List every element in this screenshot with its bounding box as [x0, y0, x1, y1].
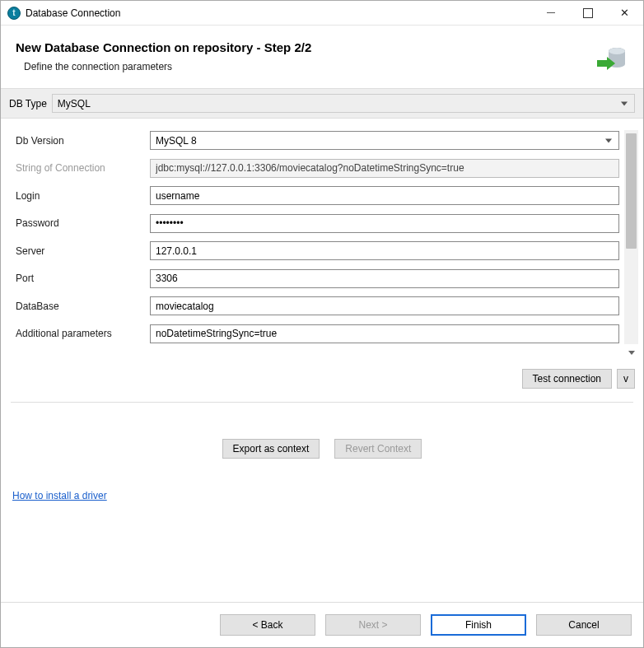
- link-row: How to install a driver: [1, 483, 643, 526]
- scrollbar-thumb[interactable]: [626, 133, 637, 249]
- additional-params-field[interactable]: [150, 324, 619, 343]
- server-label: Server: [16, 245, 143, 257]
- login-field[interactable]: [150, 186, 619, 205]
- next-button[interactable]: Next >: [325, 614, 421, 636]
- close-button[interactable]: [606, 1, 643, 25]
- db-type-value: MySQL: [58, 98, 91, 110]
- install-driver-link[interactable]: How to install a driver: [12, 490, 107, 501]
- revert-context-button[interactable]: Revert Context: [334, 439, 422, 459]
- minimize-button[interactable]: [532, 1, 569, 25]
- port-label: Port: [16, 273, 143, 284]
- form-area: Db Version MySQL 8 String of Connection …: [1, 119, 643, 354]
- wizard-header: New Database Connection on repository - …: [1, 26, 643, 88]
- server-field[interactable]: [150, 241, 619, 260]
- db-type-select[interactable]: MySQL: [52, 94, 635, 113]
- database-label: DataBase: [16, 301, 143, 312]
- db-version-label: Db Version: [16, 135, 143, 147]
- context-row: Export as context Revert Context: [1, 409, 643, 483]
- additional-params-label: Additional parameters: [16, 328, 143, 339]
- app-icon: t: [7, 7, 21, 20]
- port-field[interactable]: [150, 269, 619, 288]
- connection-string-field: [150, 159, 619, 178]
- test-connection-button[interactable]: Test connection: [522, 369, 612, 389]
- connection-string-label: String of Connection: [16, 162, 143, 174]
- window-title: Database Connection: [26, 7, 532, 19]
- db-version-value: MySQL 8: [156, 135, 197, 147]
- page-title: New Database Connection on repository - …: [16, 40, 594, 54]
- cancel-button[interactable]: Cancel: [536, 614, 632, 636]
- login-label: Login: [16, 190, 143, 202]
- database-icon: [594, 40, 628, 75]
- divider: [11, 402, 633, 403]
- db-type-label: DB Type: [9, 98, 47, 110]
- db-type-row: DB Type MySQL: [1, 88, 643, 119]
- form-scrollbar[interactable]: [624, 130, 638, 344]
- wizard-footer: < Back Next > Finish Cancel: [1, 602, 643, 647]
- db-version-select[interactable]: MySQL 8: [150, 131, 619, 150]
- page-subtitle: Define the connection parameters: [16, 61, 594, 72]
- test-connection-menu-button[interactable]: v: [617, 369, 635, 389]
- titlebar: t Database Connection: [1, 1, 643, 26]
- password-field[interactable]: [150, 214, 619, 233]
- password-label: Password: [16, 217, 143, 229]
- export-context-button[interactable]: Export as context: [222, 439, 320, 459]
- finish-button[interactable]: Finish: [431, 614, 526, 636]
- scrollbar-down-icon[interactable]: [624, 346, 638, 359]
- back-button[interactable]: < Back: [220, 614, 315, 636]
- database-field[interactable]: [150, 296, 619, 315]
- test-connection-row: Test connection v: [1, 354, 643, 395]
- window-controls: [532, 1, 643, 25]
- maximize-button[interactable]: [569, 1, 606, 25]
- svg-point-1: [609, 48, 625, 54]
